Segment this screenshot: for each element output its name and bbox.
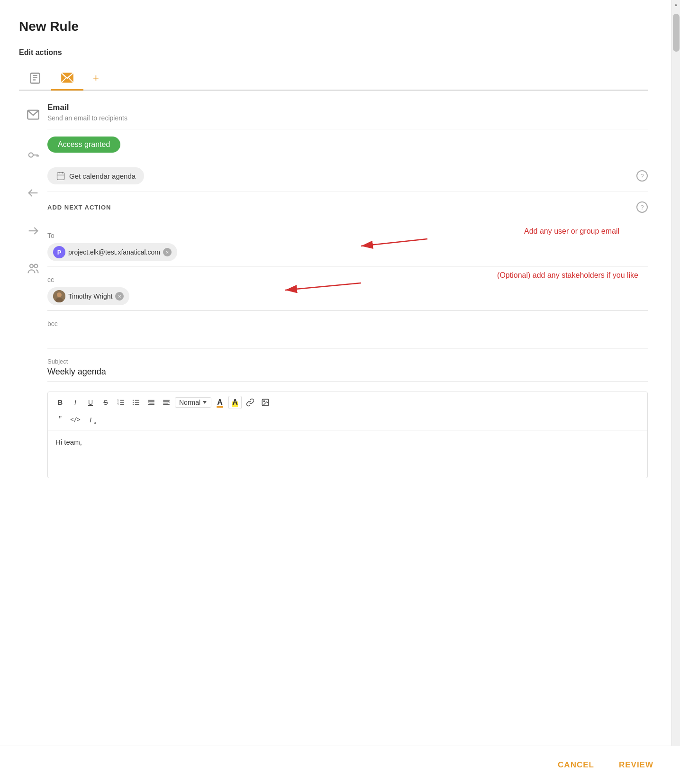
editor-container: B I U S 1	[47, 392, 648, 478]
side-icon-back	[19, 174, 47, 212]
edit-actions-title: Edit actions	[19, 48, 648, 57]
review-button[interactable]: REVIEW	[611, 756, 661, 775]
subject-value[interactable]: Weekly agenda	[47, 367, 648, 377]
tab-add[interactable]: +	[83, 67, 109, 89]
calendar-chip[interactable]: Get calendar agenda	[47, 167, 144, 184]
toolbar-highlight-btn[interactable]: A	[228, 396, 242, 409]
to-chip-letter: P	[53, 246, 65, 258]
svg-text:3: 3	[118, 403, 119, 406]
scrollbar[interactable]: ▲ ▼	[671, 0, 680, 784]
cc-chip-remove[interactable]: ×	[115, 292, 124, 301]
toolbar-indent-right-btn[interactable]	[160, 396, 173, 409]
footer-actions: CANCEL REVIEW	[0, 746, 680, 784]
editor-toolbar: B I U S 1	[48, 392, 647, 430]
tab-email[interactable]	[51, 66, 83, 91]
toolbar-quote-btn[interactable]: "	[54, 413, 67, 426]
svg-point-15	[30, 264, 33, 268]
email-action-label: Email	[47, 103, 648, 112]
svg-point-39	[133, 404, 134, 405]
toolbar-ol-btn[interactable]: 1 2 3	[114, 396, 127, 409]
toolbar-bold-btn[interactable]: B	[54, 396, 67, 409]
cc-chip[interactable]: Timothy Wright ×	[47, 287, 129, 305]
toolbar-underline-btn[interactable]: U	[84, 396, 97, 409]
svg-marker-48	[203, 401, 207, 404]
calendar-row: Get calendar agenda ?	[47, 160, 648, 192]
toolbar-link-btn[interactable]	[244, 396, 257, 409]
toolbar-clear-btn[interactable]: Ix	[84, 413, 97, 426]
side-icon-users	[19, 250, 47, 288]
bcc-label: bcc	[47, 320, 648, 328]
toolbar-code-btn[interactable]: </>	[69, 413, 82, 426]
svg-point-16	[34, 264, 37, 268]
bcc-field-row[interactable]	[47, 331, 648, 348]
scrollbar-thumb[interactable]	[673, 14, 680, 52]
svg-rect-17	[57, 173, 64, 180]
svg-point-9	[29, 153, 33, 157]
page-title: New Rule	[19, 19, 648, 34]
cancel-button[interactable]: CANCEL	[550, 756, 602, 775]
to-chip[interactable]: P project.elk@test.xfanatical.com ×	[47, 243, 177, 261]
access-granted-row: Access granted	[47, 129, 648, 160]
subject-label: Subject	[47, 358, 648, 365]
tabs-row: +	[19, 66, 648, 91]
bcc-field: bcc	[47, 320, 648, 348]
access-granted-badge[interactable]: Access granted	[47, 137, 120, 153]
cc-label: cc	[47, 276, 648, 283]
side-icon-email	[19, 93, 47, 136]
toolbar-image-btn[interactable]	[259, 396, 272, 409]
editor-body[interactable]: Hi team,	[48, 430, 647, 478]
calendar-help-icon[interactable]: ?	[636, 170, 648, 182]
cc-field-row[interactable]: Timothy Wright ×	[47, 287, 648, 310]
add-next-help-icon[interactable]: ?	[636, 201, 648, 213]
to-label: To	[47, 232, 648, 239]
svg-point-37	[133, 400, 134, 401]
to-chip-email: project.elk@test.xfanatical.com	[68, 248, 160, 256]
add-next-section: ADD NEXT ACTION ?	[47, 192, 648, 232]
toolbar-fontsize-select[interactable]: Normal	[175, 397, 211, 408]
toolbar-ul-btn[interactable]	[129, 396, 143, 409]
subject-field: Subject Weekly agenda	[47, 358, 648, 382]
svg-point-50	[263, 401, 264, 401]
email-action-sublabel: Send an email to recipients	[47, 114, 648, 122]
svg-point-38	[133, 402, 134, 403]
toolbar-indent-left-btn[interactable]	[145, 396, 158, 409]
toolbar-fontcolor-btn[interactable]: A	[213, 396, 227, 409]
scroll-up-arrow[interactable]: ▲	[674, 0, 679, 9]
to-field-row[interactable]: P project.elk@test.xfanatical.com ×	[47, 243, 648, 266]
svg-point-26	[57, 292, 62, 297]
add-next-label: ADD NEXT ACTION	[47, 204, 111, 211]
email-action-block: Email Send an email to recipients	[47, 103, 648, 122]
to-chip-remove[interactable]: ×	[163, 248, 172, 256]
cc-chip-name: Timothy Wright	[68, 292, 112, 300]
toolbar-strikethrough-btn[interactable]: S	[99, 396, 112, 409]
side-icons	[19, 91, 47, 478]
tab-note[interactable]	[19, 67, 51, 90]
toolbar-italic-btn[interactable]: I	[69, 396, 82, 409]
side-icon-forward	[19, 212, 47, 250]
side-icon-key	[19, 136, 47, 174]
cc-chip-avatar	[53, 290, 65, 302]
